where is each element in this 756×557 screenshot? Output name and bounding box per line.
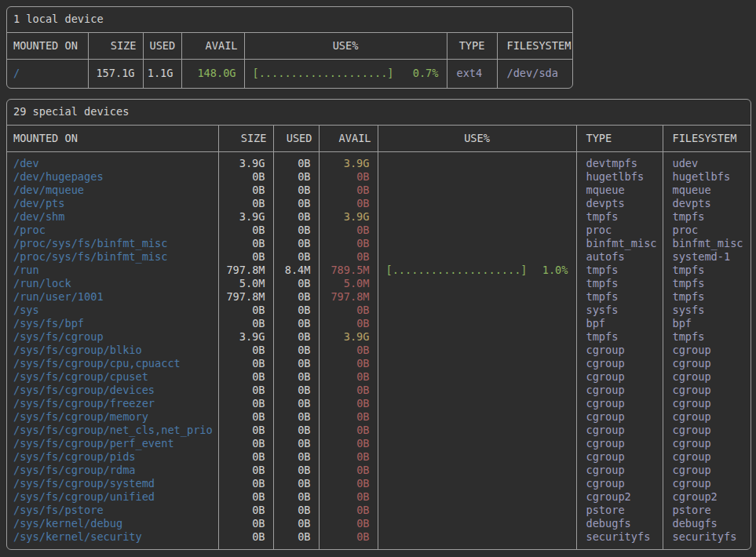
use-percent-cell	[378, 170, 576, 184]
special-devices-table: 29 special devices MOUNTED ON SIZE USED …	[6, 99, 751, 550]
avail-cell: 0B	[319, 184, 378, 197]
size-cell: 5.0M	[218, 277, 273, 290]
used-cell: 0B	[273, 184, 319, 197]
avail-cell: 0B	[319, 517, 378, 530]
filesystem-cell: proc	[663, 224, 751, 237]
type-cell: hugetlbfs	[576, 170, 663, 184]
type-cell: cgroup	[576, 344, 663, 357]
filesystem-cell: bpf	[663, 317, 751, 330]
avail-cell: 0B	[319, 477, 378, 490]
use-percent-cell	[378, 197, 576, 210]
type-cell: debugfs	[576, 517, 663, 530]
device-row: /proc/sys/fs/binfmt_misc 0B 0B 0B autofs…	[7, 250, 751, 264]
avail-cell: 0B	[319, 304, 378, 317]
type-cell: tmpfs	[576, 264, 663, 277]
filesystem-cell: devpts	[663, 197, 751, 210]
avail-cell: 0B	[319, 170, 378, 184]
size-cell: 0B	[218, 464, 273, 477]
avail-cell: 3.9G	[319, 210, 378, 224]
device-row: /sys 0B 0B 0B sysfs sysfs	[7, 304, 751, 317]
local-table-body: / 157.1G 1.1G 148.0G [..................…	[7, 60, 572, 89]
size-cell: 0B	[218, 344, 273, 357]
col-header-size: SIZE	[218, 126, 273, 152]
avail-cell: 0B	[319, 397, 378, 410]
used-cell: 0B	[273, 397, 319, 410]
size-cell: 3.9G	[218, 330, 273, 344]
col-header-mounted-on: MOUNTED ON	[7, 126, 218, 152]
used-cell: 0B	[273, 504, 319, 517]
use-percent-cell	[378, 277, 576, 290]
usage-percent: 0.7%	[413, 67, 439, 80]
type-cell: tmpfs	[576, 290, 663, 304]
mounted-on-cell: /run	[7, 264, 218, 277]
used-cell: 0B	[273, 477, 319, 490]
device-row: /sys/fs/cgroup/unified 0B 0B 0B cgroup2 …	[7, 490, 751, 504]
usage-percent: 1.0%	[542, 264, 568, 277]
type-cell: ext4	[447, 60, 497, 89]
used-cell: 0B	[273, 450, 319, 464]
type-cell: cgroup	[576, 450, 663, 464]
use-percent-cell: [....................] 1.0%	[378, 264, 576, 277]
mounted-on-cell: /sys/kernel/debug	[7, 517, 218, 530]
mounted-on-cell: /sys/fs/pstore	[7, 504, 218, 517]
mounted-on-cell: /proc/sys/fs/binfmt_misc	[7, 237, 218, 250]
use-percent-cell	[378, 464, 576, 477]
col-header-use-pct: USE%	[378, 126, 576, 152]
mounted-on-cell: /sys/fs/cgroup/freezer	[7, 397, 218, 410]
used-cell: 0B	[273, 197, 319, 210]
mounted-on-cell: /proc	[7, 224, 218, 237]
size-cell: 0B	[218, 437, 273, 450]
filesystem-cell: tmpfs	[663, 264, 751, 277]
size-cell: 0B	[218, 197, 273, 210]
filesystem-cell: cgroup	[663, 397, 751, 410]
avail-cell: 3.9G	[319, 152, 378, 171]
used-cell: 0B	[273, 330, 319, 344]
filesystem-cell: cgroup	[663, 410, 751, 424]
type-cell: cgroup	[576, 437, 663, 450]
mounted-on-cell: /sys/fs/cgroup/blkio	[7, 344, 218, 357]
used-cell: 0B	[273, 464, 319, 477]
mounted-on-cell: /run/user/1001	[7, 290, 218, 304]
mounted-on-cell: /sys/fs/cgroup/perf_event	[7, 437, 218, 450]
filesystem-cell: tmpfs	[663, 330, 751, 344]
mounted-on-cell: /dev/shm	[7, 210, 218, 224]
type-cell: devtmpfs	[576, 152, 663, 171]
col-header-mounted-on: MOUNTED ON	[7, 33, 88, 60]
size-cell: 797.8M	[218, 290, 273, 304]
size-cell: 797.8M	[218, 264, 273, 277]
size-cell: 0B	[218, 224, 273, 237]
col-header-type: TYPE	[576, 126, 663, 152]
filesystem-cell: cgroup	[663, 437, 751, 450]
use-percent-cell	[378, 504, 576, 517]
usage-bar: [....................]	[386, 264, 528, 277]
avail-cell: 5.0M	[319, 277, 378, 290]
device-row: /sys/fs/cgroup/cpu,cpuacct 0B 0B 0B cgro…	[7, 357, 751, 370]
filesystem-cell: cgroup	[663, 344, 751, 357]
filesystem-cell: debugfs	[663, 517, 751, 530]
used-cell: 0B	[273, 304, 319, 317]
device-row: /sys/fs/cgroup/perf_event 0B 0B 0B cgrou…	[7, 437, 751, 450]
col-header-avail: AVAIL	[319, 126, 378, 152]
table-title-row: 1 local device	[7, 7, 572, 33]
filesystem-cell: udev	[663, 152, 751, 171]
size-cell: 0B	[218, 397, 273, 410]
usage-bar-wrap: [....................] 0.7%	[245, 67, 447, 80]
usage-bar: [....................]	[253, 67, 394, 80]
filesystem-cell: cgroup	[663, 357, 751, 370]
device-row: /sys/fs/pstore 0B 0B 0B pstore pstore	[7, 504, 751, 517]
type-cell: cgroup	[576, 424, 663, 437]
size-cell: 0B	[218, 170, 273, 184]
size-cell: 0B	[218, 304, 273, 317]
avail-cell: 0B	[319, 224, 378, 237]
mounted-on-cell: /dev	[7, 152, 218, 171]
used-cell: 0B	[273, 357, 319, 370]
filesystem-cell: securityfs	[663, 530, 751, 549]
col-header-filesystem: FILESYSTEM	[497, 33, 572, 60]
filesystem-cell: tmpfs	[663, 290, 751, 304]
filesystem-cell: tmpfs	[663, 277, 751, 290]
use-percent-cell	[378, 357, 576, 370]
device-row: /proc 0B 0B 0B proc proc	[7, 224, 751, 237]
type-cell: cgroup	[576, 357, 663, 370]
filesystem-cell: cgroup	[663, 464, 751, 477]
column-header-row: MOUNTED ON SIZE USED AVAIL USE% TYPE FIL…	[7, 33, 572, 60]
